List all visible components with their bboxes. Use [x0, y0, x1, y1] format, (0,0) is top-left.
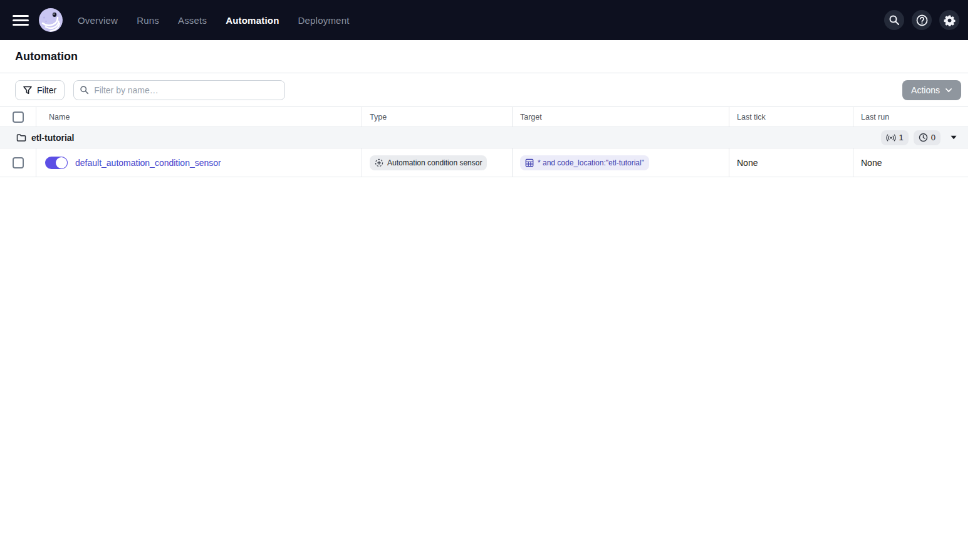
table-row: default_automation_condition_sensor Auto… [0, 148, 968, 177]
chevron-down-icon [945, 86, 952, 94]
actions-button[interactable]: Actions [902, 80, 961, 100]
collapse-group-button[interactable] [946, 133, 962, 142]
sensor-icon [886, 133, 896, 142]
asset-grid-icon [525, 158, 534, 167]
hamburger-menu-icon[interactable] [13, 11, 30, 29]
dagster-logo[interactable] [39, 8, 63, 32]
row-last-run-cell: None [853, 148, 968, 177]
row-type-cell: Automation condition sensor [362, 148, 513, 177]
row-last-tick-cell: None [729, 148, 853, 177]
page-title: Automation [15, 50, 78, 63]
nav-item-runs[interactable]: Runs [137, 15, 159, 26]
settings-button[interactable] [939, 10, 959, 30]
automation-table: Name Type Target Last tick Last run etl-… [0, 106, 968, 177]
app-container: Overview Runs Assets Automation Deployme… [0, 0, 968, 177]
last-tick-value: None [737, 158, 758, 168]
clock-icon [919, 133, 928, 142]
help-icon [916, 14, 928, 26]
row-checkbox-cell [0, 148, 36, 177]
column-header-name: Name [36, 107, 362, 127]
help-button[interactable] [912, 10, 932, 30]
search-button[interactable] [884, 10, 904, 30]
sensor-count: 1 [899, 133, 904, 142]
column-header-type: Type [362, 107, 513, 127]
last-run-value: None [861, 158, 882, 168]
schedule-count-badge: 0 [914, 130, 941, 145]
toolbar: Filter Actions [0, 73, 968, 106]
group-row-left: etl-tutorial [16, 133, 74, 143]
column-header-target: Target [513, 107, 729, 127]
name-filter [73, 80, 285, 100]
automation-condition-icon [375, 158, 383, 167]
gear-icon [944, 14, 956, 26]
sensor-enabled-toggle[interactable] [45, 157, 68, 169]
caret-down-icon [951, 135, 957, 140]
table-header-row: Name Type Target Last tick Last run [0, 107, 968, 127]
nav-item-overview[interactable]: Overview [78, 15, 118, 26]
page-header: Automation [0, 40, 968, 73]
navbar-left: Overview Runs Assets Automation Deployme… [13, 8, 350, 32]
group-row-right: 1 0 [881, 130, 962, 145]
sensor-count-badge: 1 [881, 130, 909, 145]
folder-icon [16, 133, 26, 143]
top-navbar: Overview Runs Assets Automation Deployme… [0, 0, 968, 40]
row-target-cell: * and code_location:"etl-tutorial" [513, 148, 729, 177]
filter-button-label: Filter [37, 85, 56, 95]
target-tag[interactable]: * and code_location:"etl-tutorial" [520, 155, 649, 170]
search-icon [889, 14, 900, 26]
type-tag-label: Automation condition sensor [387, 158, 482, 167]
group-name: etl-tutorial [31, 133, 74, 143]
funnel-icon [23, 86, 32, 95]
search-input-icon [80, 85, 89, 97]
group-row-etl-tutorial[interactable]: etl-tutorial 1 0 [0, 127, 968, 148]
nav-links: Overview Runs Assets Automation Deployme… [78, 15, 350, 26]
column-header-last-run: Last run [853, 107, 968, 127]
nav-item-deployment[interactable]: Deployment [298, 15, 350, 26]
nav-item-assets[interactable]: Assets [178, 15, 207, 26]
type-tag: Automation condition sensor [370, 155, 487, 170]
select-all-checkbox[interactable] [13, 111, 24, 123]
dagster-octopus-icon [39, 8, 63, 32]
target-tag-label: * and code_location:"etl-tutorial" [538, 158, 644, 167]
navbar-right [884, 10, 959, 30]
column-header-last-tick: Last tick [729, 107, 853, 127]
row-name-cell: default_automation_condition_sensor [36, 148, 362, 177]
toggle-knob [56, 157, 67, 168]
filter-by-name-input[interactable] [73, 80, 285, 100]
filter-button[interactable]: Filter [15, 80, 65, 100]
actions-button-label: Actions [911, 85, 940, 95]
header-checkbox-cell [0, 107, 36, 127]
schedule-count: 0 [931, 133, 936, 142]
nav-item-automation[interactable]: Automation [226, 15, 279, 26]
row-checkbox[interactable] [13, 157, 24, 168]
sensor-name-link[interactable]: default_automation_condition_sensor [75, 158, 221, 168]
